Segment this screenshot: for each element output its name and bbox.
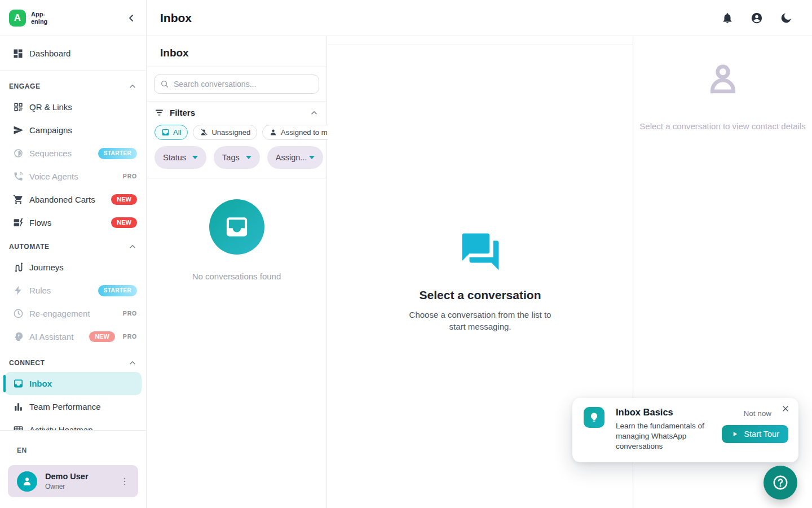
page-title: Inbox bbox=[160, 11, 192, 25]
dashboard-icon bbox=[12, 48, 24, 59]
section-header-automate[interactable]: AUTOMATE bbox=[9, 242, 137, 251]
dark-mode-toggle[interactable] bbox=[780, 12, 792, 24]
inbox-icon bbox=[12, 378, 24, 389]
sidebar-item-label: Inbox bbox=[29, 379, 52, 388]
filter-chip-assigned-to-me[interactable]: Assigned to me bbox=[262, 125, 338, 140]
filter-chip-unassigned[interactable]: Unassigned bbox=[193, 125, 257, 140]
phone-icon bbox=[12, 171, 24, 182]
sidebar-item-dashboard[interactable]: Dashboard bbox=[0, 42, 146, 65]
sequence-icon bbox=[12, 148, 24, 159]
pro-badge: PRO bbox=[123, 310, 137, 317]
close-icon bbox=[781, 404, 790, 413]
chat-bubbles-icon bbox=[458, 230, 502, 274]
contact-details-empty-text: Select a conversation to view contact de… bbox=[638, 120, 807, 133]
sidebar-item-label: Re-engagement bbox=[29, 309, 90, 318]
sidebar-item-ai-assistant[interactable]: AI Assistant NEW PRO bbox=[0, 325, 146, 348]
conversation-list-panel: Inbox Filters All Unassigned Assigned to… bbox=[147, 36, 327, 508]
brand-name-line1: App- bbox=[31, 11, 47, 18]
route-icon bbox=[12, 262, 24, 273]
section-label: AUTOMATE bbox=[9, 243, 50, 251]
person-off-icon bbox=[200, 128, 208, 137]
sidebar-item-voice-agents[interactable]: Voice Agents PRO bbox=[0, 165, 146, 188]
new-badge: NEW bbox=[111, 217, 137, 228]
user-name: Demo User bbox=[45, 472, 89, 481]
filter-dropdowns: Status Tags Assign... bbox=[155, 146, 319, 169]
sidebar-item-qr-links[interactable]: QR & Links bbox=[0, 95, 146, 119]
chat-empty-title: Select a conversation bbox=[420, 288, 541, 302]
pro-badge: PRO bbox=[123, 173, 137, 179]
topbar: Inbox bbox=[147, 0, 812, 36]
inbox-icon bbox=[224, 214, 250, 240]
empty-state-circle bbox=[209, 199, 264, 255]
qr-code-icon bbox=[12, 102, 24, 113]
sidebar-item-label: Sequences bbox=[29, 148, 72, 158]
play-icon bbox=[731, 430, 739, 438]
sidebar-item-flows[interactable]: Flows NEW bbox=[0, 211, 146, 234]
dropdown-label: Assign... bbox=[276, 153, 307, 162]
tour-title: Inbox Basics bbox=[616, 407, 713, 418]
not-now-button[interactable]: Not now bbox=[743, 409, 771, 418]
start-tour-label: Start Tour bbox=[744, 430, 779, 439]
sidebar-item-sequences[interactable]: Sequences STARTER bbox=[0, 142, 146, 165]
send-icon bbox=[12, 125, 24, 136]
assignee-dropdown[interactable]: Assign... bbox=[267, 146, 324, 169]
filters-header: Filters bbox=[155, 108, 319, 117]
account-button[interactable] bbox=[751, 12, 763, 24]
sidebar-item-label: Rules bbox=[29, 286, 51, 295]
sidebar-item-re-engagement[interactable]: Re-engagement PRO bbox=[0, 302, 146, 325]
sidebar-item-inbox[interactable]: Inbox bbox=[5, 372, 142, 395]
chat-header-placeholder bbox=[328, 36, 633, 45]
chip-label: Unassigned bbox=[211, 128, 250, 137]
starter-badge: STARTER bbox=[98, 148, 137, 159]
sidebar-item-journeys[interactable]: Journeys bbox=[0, 256, 146, 279]
bell-icon bbox=[721, 12, 734, 24]
cart-icon bbox=[12, 194, 24, 205]
search-input[interactable] bbox=[174, 80, 313, 89]
language-selector[interactable]: EN bbox=[17, 446, 27, 454]
close-button[interactable] bbox=[781, 404, 790, 413]
filters-collapse-button[interactable] bbox=[310, 108, 319, 117]
person-outline-icon bbox=[704, 61, 742, 98]
user-menu-button[interactable]: ⋮ bbox=[117, 474, 133, 489]
sidebar-item-team-performance[interactable]: Team Performance bbox=[0, 395, 146, 418]
status-dropdown[interactable]: Status bbox=[155, 146, 206, 169]
section-header-engage[interactable]: ENGAGE bbox=[9, 82, 137, 91]
user-card[interactable]: Demo User Owner ⋮ bbox=[8, 465, 138, 497]
topbar-icons bbox=[721, 12, 792, 24]
notifications-button[interactable] bbox=[721, 12, 734, 24]
sidebar-item-label: Journeys bbox=[29, 262, 64, 272]
new-badge: NEW bbox=[89, 331, 115, 342]
sidebar-item-activity-heatmap[interactable]: Activity Heatmap bbox=[0, 418, 146, 430]
user-meta: Demo User Owner bbox=[45, 472, 89, 491]
moon-icon bbox=[780, 12, 792, 24]
account-circle-icon bbox=[751, 12, 763, 24]
lightbulb-tile bbox=[584, 407, 604, 428]
sidebar-item-rules[interactable]: Rules STARTER bbox=[0, 279, 146, 302]
flow-icon bbox=[12, 217, 24, 229]
sidebar-item-label: Flows bbox=[29, 218, 51, 227]
sidebar-item-campaigns[interactable]: Campaigns bbox=[0, 119, 146, 142]
brand-logo: A bbox=[9, 10, 26, 27]
robot-icon bbox=[12, 331, 24, 343]
tags-dropdown[interactable]: Tags bbox=[214, 146, 260, 169]
filters-label: Filters bbox=[170, 108, 195, 117]
sidebar: A App- ening Dashboard ENGAGE QR & Links… bbox=[0, 0, 147, 508]
help-button[interactable] bbox=[764, 466, 797, 500]
section-header-connect[interactable]: CONNECT bbox=[9, 358, 137, 367]
sidebar-item-label: Dashboard bbox=[29, 49, 70, 58]
person-icon bbox=[269, 128, 277, 137]
sidebar-item-abandoned-carts[interactable]: Abandoned Carts NEW bbox=[0, 188, 146, 211]
lightning-icon bbox=[12, 285, 24, 296]
tour-actions: Not now Start Tour bbox=[722, 407, 788, 452]
filter-chip-all[interactable]: All bbox=[155, 125, 188, 140]
sidebar-item-label: Voice Agents bbox=[29, 172, 78, 181]
chevron-up-icon bbox=[128, 242, 137, 251]
user-role: Owner bbox=[45, 483, 89, 491]
tour-body: Learn the fundamentals of managing Whats… bbox=[616, 421, 713, 452]
sidebar-item-label: AI Assistant bbox=[29, 332, 73, 341]
filters-block: Filters All Unassigned Assigned to me St… bbox=[147, 102, 326, 178]
sidebar-collapse-button[interactable] bbox=[126, 12, 137, 24]
chevron-left-icon bbox=[126, 12, 137, 24]
search-area bbox=[147, 67, 326, 102]
start-tour-button[interactable]: Start Tour bbox=[722, 425, 788, 443]
